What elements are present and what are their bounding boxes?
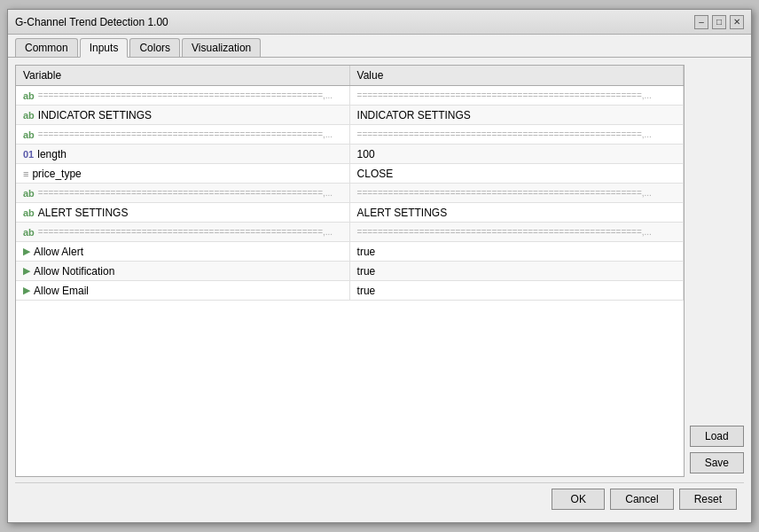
row-value: ALERT SETTINGS xyxy=(349,203,683,223)
side-buttons: Load Save xyxy=(690,65,744,477)
row-variable: ab ALERT SETTINGS xyxy=(16,203,349,223)
content-area: Variable Value ab ======================… xyxy=(8,58,751,522)
row-value[interactable]: true xyxy=(349,281,683,301)
row-variable: ≡ price_type xyxy=(16,164,349,184)
table-row: ≡ price_type CLOSE xyxy=(16,164,683,184)
tab-visualization[interactable]: Visualization xyxy=(182,38,261,57)
tab-colors[interactable]: Colors xyxy=(129,38,180,57)
ab-icon: ab xyxy=(23,110,35,121)
table-row: ab =====================================… xyxy=(16,125,683,145)
ab-icon: ab xyxy=(23,90,35,101)
row-value[interactable]: 100 xyxy=(349,145,683,164)
ab-icon: ab xyxy=(23,207,35,218)
footer: OK Cancel Reset xyxy=(15,482,744,515)
row-variable: ab =====================================… xyxy=(16,125,349,145)
close-button[interactable]: ✕ xyxy=(730,15,744,29)
ab-icon: ab xyxy=(23,129,35,140)
lines-icon: ≡ xyxy=(23,168,28,179)
col-value-header: Value xyxy=(349,66,683,86)
minimize-button[interactable]: – xyxy=(694,15,708,29)
row-variable: ▶ Allow Email xyxy=(16,281,349,301)
load-button[interactable]: Load xyxy=(690,426,744,447)
table-row: ▶ Allow Notification true xyxy=(16,262,683,281)
table-row: 01 length 100 xyxy=(16,145,683,164)
row-value[interactable]: true xyxy=(349,262,683,281)
row-value: INDICATOR SETTINGS xyxy=(349,106,683,125)
footer-buttons: OK Cancel Reset xyxy=(552,489,737,510)
main-window: G-Channel Trend Detection 1.00 – □ ✕ Com… xyxy=(7,9,752,523)
arrow-icon: ▶ xyxy=(23,285,30,296)
row-variable: ▶ Allow Alert xyxy=(16,242,349,262)
table-row: ab ALERT SETTINGS ALERT SETTINGS xyxy=(16,203,683,223)
table-row: ab =====================================… xyxy=(16,86,683,106)
arrow-icon: ▶ xyxy=(23,246,30,257)
maximize-button[interactable]: □ xyxy=(712,15,726,29)
tab-inputs[interactable]: Inputs xyxy=(80,38,129,58)
window-title: G-Channel Trend Detection 1.00 xyxy=(15,16,168,28)
table-row: ab =====================================… xyxy=(16,223,683,242)
save-button[interactable]: Save xyxy=(690,452,744,473)
table-row: ▶ Allow Alert true xyxy=(16,242,683,262)
settings-table: Variable Value ab ======================… xyxy=(15,65,685,477)
numeric-icon: 01 xyxy=(23,149,34,160)
table-row: ▶ Allow Email true xyxy=(16,281,683,301)
row-variable: ab =====================================… xyxy=(16,223,349,242)
ok-button[interactable]: OK xyxy=(552,489,605,510)
row-value: ========================================… xyxy=(349,86,683,106)
window-controls: – □ ✕ xyxy=(694,15,744,29)
cancel-button[interactable]: Cancel xyxy=(610,489,673,510)
row-value: ========================================… xyxy=(349,125,683,145)
title-bar: G-Channel Trend Detection 1.00 – □ ✕ xyxy=(8,10,751,35)
row-variable: ab INDICATOR SETTINGS xyxy=(16,106,349,125)
row-value: ========================================… xyxy=(349,184,683,203)
row-value: ========================================… xyxy=(349,223,683,242)
row-variable: ▶ Allow Notification xyxy=(16,262,349,281)
row-variable: ab =====================================… xyxy=(16,184,349,203)
row-variable: 01 length xyxy=(16,145,349,164)
row-value[interactable]: CLOSE xyxy=(349,164,683,184)
tab-bar: Common Inputs Colors Visualization xyxy=(8,35,751,58)
arrow-icon: ▶ xyxy=(23,265,30,277)
ab-icon: ab xyxy=(23,227,35,238)
row-variable: ab =====================================… xyxy=(16,86,349,106)
col-variable-header: Variable xyxy=(16,66,349,86)
ab-icon: ab xyxy=(23,188,35,199)
row-value[interactable]: true xyxy=(349,242,683,262)
table-row: ab =====================================… xyxy=(16,184,683,203)
reset-button[interactable]: Reset xyxy=(679,489,737,510)
table-row: ab INDICATOR SETTINGS INDICATOR SETTINGS xyxy=(16,106,683,125)
tab-common[interactable]: Common xyxy=(15,38,78,57)
